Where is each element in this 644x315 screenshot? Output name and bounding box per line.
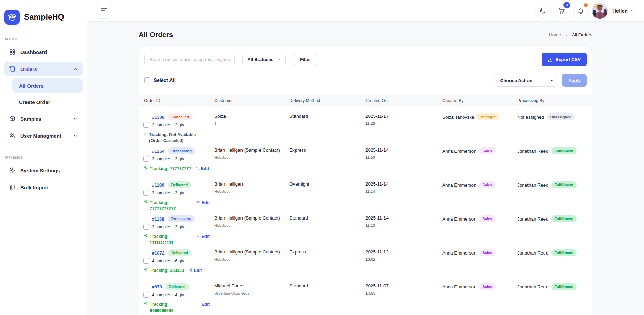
delivery-method: Standard [289,215,365,221]
customer-name: Brian Halligan (Sample Contact) [214,215,289,221]
created-by-role-badge: Sales [479,147,496,154]
created-date: 2025-11-14 [365,147,442,153]
cart-icon [558,7,565,14]
sidebar-item-label: Samples [20,116,41,122]
status-badge: Cancelled [168,113,193,120]
filter-button[interactable]: Filter [293,53,318,66]
breadcrumb-chevron-icon [565,33,569,37]
tracking-info: Tracking: Not Available (Order Canceled) [144,132,214,144]
dashboard-icon [9,49,16,55]
search-input[interactable] [144,53,235,66]
created-time: 11:14 [365,189,442,193]
sidebar-toggle-button[interactable] [96,3,112,19]
row-checkbox[interactable] [143,292,149,298]
samples-summary: 3 samples · 3 qty [152,157,214,161]
column-header: Delivery Method [289,98,365,103]
breadcrumb-home[interactable]: Home [549,32,561,37]
processing-by-name: Not assigned [517,115,544,120]
sidebar-subitem-all-orders[interactable]: All Orders [12,78,83,93]
created-time: 11:50 [365,155,442,159]
created-time: 11:28 [365,121,442,125]
map-pin-icon [144,200,148,204]
row-checkbox[interactable] [143,190,149,196]
samples-summary: 3 samples · 3 qty [152,225,214,229]
order-id-link[interactable]: #1180 [152,182,164,188]
tracking-info: Tracking: 6666666666 Edit [144,301,214,314]
cart-button[interactable]: 3 [554,3,570,19]
created-date: 2025-11-17 [365,113,442,119]
copy-icon [9,184,16,191]
row-checkbox[interactable] [143,122,149,128]
processing-by-badge: Fulfillment [551,215,577,222]
edit-tracking-link[interactable]: Edit [196,199,210,206]
edit-tracking-link[interactable]: Edit [188,267,202,274]
sidebar-item-bulk-import[interactable]: Bulk Import [4,180,83,195]
others-section-label: OTHERS [5,155,87,159]
user-menu[interactable]: Hellen [612,8,634,14]
delivery-method: Standard [289,113,365,119]
bulk-action-select[interactable]: Choose Action [495,74,558,87]
notifications-button[interactable] [573,3,589,19]
created-by-name: Anna Emmerson [442,182,477,188]
map-pin-icon [144,302,148,306]
processing-by-badge: Fulfillment [551,283,577,290]
status-badge: Processing [168,215,195,222]
map-pin-icon [144,268,148,272]
edit-tracking-link[interactable]: Edit [195,165,209,172]
column-header: Created On [365,98,442,103]
cart-count-badge: 3 [564,2,570,8]
created-date: 2025-11-12 [365,249,442,255]
status-filter-select[interactable]: All Statuses [242,53,286,66]
processing-by-badge: Unassigned [547,113,575,120]
customer-company: HubSpot [214,155,289,159]
row-checkbox[interactable] [143,156,149,162]
table-row: #1138 Processing 3 samples · 3 qty Track… [139,208,592,242]
sidebar-item-label: User Managment [20,133,61,139]
sidebar-subitem-create-order[interactable]: Create Order [12,95,83,109]
order-id-link[interactable]: #879 [152,284,162,290]
created-by-role-badge: Sales [479,215,496,222]
breadcrumb: Home All Orders [549,32,592,37]
gear-icon [9,167,16,174]
tracking-text: Tracking: 6666666666 [150,301,192,314]
sidebar-item-label: System Settings [20,168,60,173]
tracking-text: Tracking: 11111111111 [150,233,192,246]
chevron-down-icon [630,8,634,13]
table-row: #1308 Cancelled 2 samples · 2 qty Tracki… [139,106,592,140]
order-id-link[interactable]: #1254 [152,148,165,154]
map-pin-icon [144,234,148,238]
order-id-link[interactable]: #1138 [152,216,164,222]
avatar[interactable] [592,3,608,19]
tracking-text: Tracking: 77777777777 [150,199,192,212]
created-by-name: Anna Emmerson [442,284,477,290]
delivery-method: Overnight [289,181,365,187]
column-header: Processing By [517,98,592,103]
export-csv-button[interactable]: Export CSV [542,53,587,66]
select-all-checkbox[interactable] [144,77,150,83]
edit-icon [188,268,192,273]
row-checkbox[interactable] [143,224,149,230]
edit-tracking-link[interactable]: Edit [196,301,210,308]
edit-tracking-link[interactable]: Edit [196,233,210,240]
customer-company: HubSpot [214,223,289,227]
sidebar-item-system-settings[interactable]: System Settings [4,163,83,178]
customer-company: T [214,121,289,125]
open-box-logo-icon [4,10,20,25]
sidebar-item-samples[interactable]: Samples [4,111,83,126]
sidebar-item-user-managment[interactable]: User Managment [4,128,83,143]
table-header: Order ID Customer Delivery Method Create… [139,95,592,106]
brand-name: SampleHQ [24,13,64,22]
order-id-link[interactable]: #1308 [152,115,165,120]
created-by-name: Anna Emmerson [442,216,477,222]
apply-button[interactable]: Apply [562,74,587,87]
row-checkbox[interactable] [143,258,149,264]
dark-mode-toggle[interactable] [535,3,551,19]
tracking-text: Tracking: Not Available (Order Canceled) [149,132,210,144]
created-by-role-badge: Sales [479,181,496,188]
customer-company: HubSpot [214,257,289,261]
status-badge: Delivered [165,283,189,290]
order-id-link[interactable]: #1072 [152,250,165,256]
sidebar-item-orders[interactable]: Orders [4,62,83,76]
sidebar-item-dashboard[interactable]: Dashboard [4,45,83,59]
processing-by-name: Jonathan Reed [517,216,549,222]
